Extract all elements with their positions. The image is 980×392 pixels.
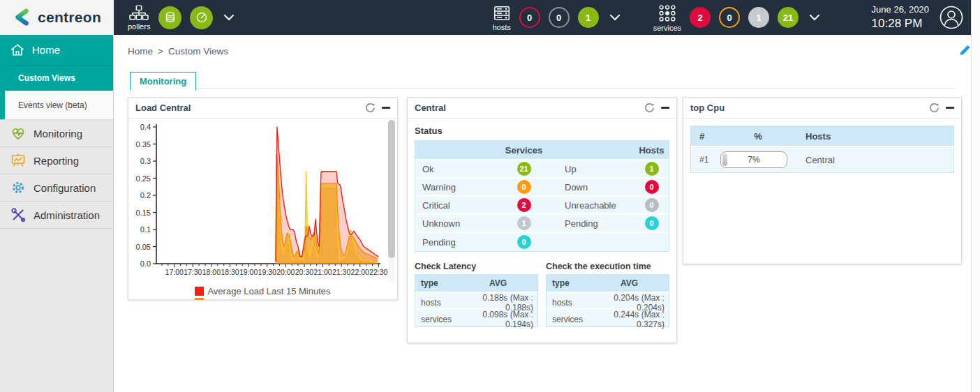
tab-underline (128, 88, 955, 89)
svg-text:0.05: 0.05 (136, 243, 151, 251)
status-count-badge[interactable]: 0 (517, 180, 531, 194)
status-count-badge[interactable]: 0 (645, 216, 659, 230)
minimize-icon[interactable] (946, 107, 954, 109)
status-label: Warning (415, 182, 490, 193)
sidebar: Home Custom Views Events view (beta) Mon… (0, 35, 114, 392)
sidebar-item-label: Configuration (34, 182, 96, 194)
sidebar-item-home[interactable]: Home (0, 35, 113, 65)
load-central-chart: 0.00.050.10.150.20.250.30.350.417:0017:3… (128, 119, 397, 287)
sidebar-item-label: Events view (beta) (18, 100, 87, 110)
status-count-badge[interactable]: 0 (645, 180, 659, 194)
svg-text:0.35: 0.35 (136, 140, 151, 149)
svg-text:0.25: 0.25 (136, 174, 151, 183)
check-latency-table: type AVG hosts0.188s (Max : 0.188s)servi… (415, 274, 538, 327)
tools-icon (10, 206, 27, 223)
refresh-icon[interactable] (644, 103, 655, 113)
user-menu-button[interactable] (939, 5, 964, 30)
services-button[interactable]: services (653, 3, 681, 32)
pollers-dropdown-chevron[interactable] (224, 15, 234, 21)
services-status-badge[interactable]: 0 (719, 7, 740, 28)
main-content: Home>Custom Views Monitoring Load Centra… (114, 35, 971, 392)
home-icon (10, 43, 25, 58)
hosts-status-badge[interactable]: 0 (519, 7, 540, 28)
hosts-dropdown-chevron[interactable] (610, 15, 620, 21)
page-root: centreon pollers (0, 0, 980, 392)
status-label: Up (558, 164, 633, 174)
services-status-badge[interactable]: 2 (690, 7, 711, 28)
svg-text:20:00: 20:00 (276, 268, 295, 276)
sidebar-item-configuration[interactable]: Configuration (0, 174, 113, 201)
status-col-services: Services (490, 145, 558, 156)
hosts-button[interactable]: hosts (492, 4, 510, 31)
refresh-icon[interactable] (929, 103, 940, 113)
services-badges: 20121 (690, 7, 799, 28)
status-table-header: Services Hosts (415, 141, 669, 160)
sidebar-item-monitoring[interactable]: Monitoring (0, 119, 113, 146)
svg-text:19:00: 19:00 (239, 268, 258, 276)
panel-header: Central (408, 98, 676, 119)
report-board-icon (10, 152, 27, 169)
latency-status-button[interactable] (190, 6, 213, 29)
submenu-accent-strip (0, 65, 5, 119)
hosts-label: hosts (492, 23, 510, 31)
col-rank: # (691, 131, 719, 142)
scrollbar-thumb[interactable] (388, 120, 395, 258)
panel-top-cpu: top Cpu # % Hosts # (683, 97, 962, 264)
gauge-icon (194, 10, 209, 25)
widget-scrollbar[interactable] (388, 120, 395, 282)
table-row: #1 7% Central (691, 147, 953, 172)
sidebar-item-administration[interactable]: Administration (0, 201, 113, 228)
services-status-badge[interactable]: 1 (748, 7, 769, 28)
minimize-icon[interactable] (382, 107, 390, 109)
svg-text:22:00: 22:00 (351, 268, 369, 276)
legend-swatch-red (195, 287, 204, 296)
status-count-badge[interactable]: 1 (645, 162, 659, 176)
sidebar-item-custom-views[interactable]: Custom Views (0, 65, 113, 91)
page-scrollbar[interactable] (971, 0, 980, 392)
status-count-badge[interactable]: 0 (517, 235, 531, 249)
status-count-badge[interactable]: 1 (517, 216, 531, 230)
minimize-icon[interactable] (661, 107, 669, 109)
table-row: hosts0.204s (Max : 0.204s) (547, 293, 669, 310)
status-label: Down (558, 182, 633, 193)
status-count-badge[interactable]: 2 (517, 198, 531, 212)
hosts-status-badge[interactable]: 0 (549, 7, 570, 28)
breadcrumb-custom-views[interactable]: Custom Views (168, 46, 228, 56)
refresh-icon[interactable] (365, 103, 376, 113)
col-type: type (547, 278, 590, 288)
current-time: 10:28 PM (872, 16, 929, 31)
sidebar-item-reporting[interactable]: Reporting (0, 146, 113, 174)
tab-monitoring[interactable]: Monitoring (130, 72, 196, 91)
svg-text:18:30: 18:30 (221, 268, 239, 276)
cpu-usage-percent: 7% (721, 152, 787, 167)
centreon-logo[interactable]: centreon (0, 0, 114, 35)
status-row: Unknown1Pending0 (415, 215, 669, 233)
panel-header: top Cpu (683, 98, 961, 119)
breadcrumb: Home>Custom Views (128, 46, 228, 56)
chevron-down-icon (224, 15, 234, 21)
status-row: Warning0Down0 (415, 179, 669, 197)
status-count-badge[interactable]: 0 (645, 198, 659, 212)
svg-text:0.15: 0.15 (136, 209, 151, 217)
services-dropdown-chevron[interactable] (810, 15, 819, 21)
svg-text:18:00: 18:00 (202, 268, 221, 276)
hosts-status-badge[interactable]: 1 (578, 7, 599, 28)
cpu-rank: #1 (691, 155, 719, 165)
status-row: Pending0 (415, 233, 669, 251)
services-status-badge[interactable]: 21 (778, 7, 799, 28)
gear-icon (10, 179, 27, 196)
pollers-button[interactable]: pollers (128, 5, 150, 31)
clock: June 26, 2020 10:28 PM (872, 4, 929, 31)
svg-text:0.1: 0.1 (140, 225, 151, 234)
status-count-badge[interactable]: 21 (517, 162, 531, 176)
database-status-button[interactable] (158, 6, 181, 29)
pollers-label: pollers (128, 22, 150, 31)
chart-legend: Average Load Last 15 Minutes (128, 286, 397, 299)
services-grid-icon (658, 3, 677, 23)
top-cpu-table: # % Hosts #1 7% Central (690, 126, 954, 173)
breadcrumb-home[interactable]: Home (128, 46, 153, 56)
svg-text:21:30: 21:30 (332, 268, 350, 276)
status-label: Unreachable (558, 200, 633, 211)
sidebar-item-events-view-beta[interactable]: Events view (beta) (0, 91, 113, 119)
edit-view-button[interactable] (958, 43, 972, 59)
